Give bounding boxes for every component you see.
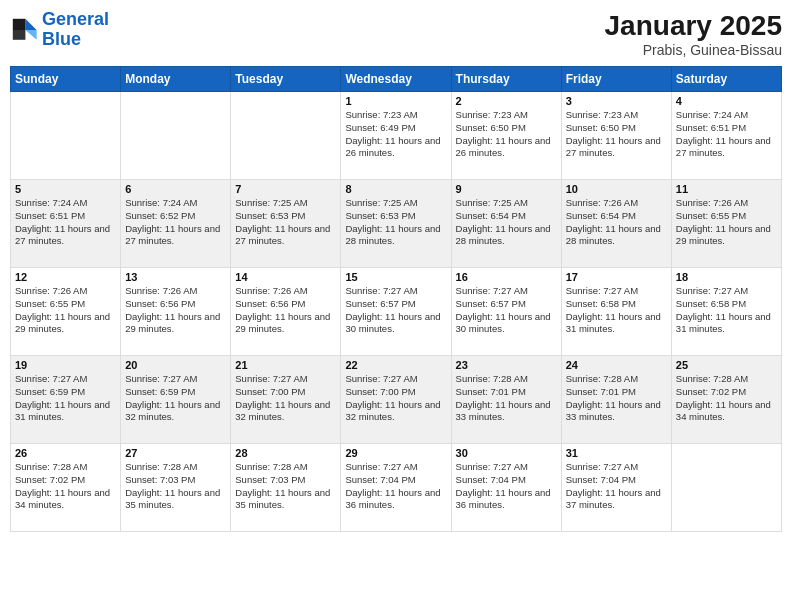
calendar-week-row: 12Sunrise: 7:26 AM Sunset: 6:55 PM Dayli… bbox=[11, 268, 782, 356]
calendar-cell: 1Sunrise: 7:23 AM Sunset: 6:49 PM Daylig… bbox=[341, 92, 451, 180]
day-number: 6 bbox=[125, 183, 226, 195]
day-info: Sunrise: 7:27 AM Sunset: 7:04 PM Dayligh… bbox=[566, 461, 667, 512]
day-number: 20 bbox=[125, 359, 226, 371]
day-number: 2 bbox=[456, 95, 557, 107]
calendar-cell: 3Sunrise: 7:23 AM Sunset: 6:50 PM Daylig… bbox=[561, 92, 671, 180]
weekday-header-monday: Monday bbox=[121, 67, 231, 92]
day-info: Sunrise: 7:27 AM Sunset: 6:59 PM Dayligh… bbox=[15, 373, 116, 424]
day-info: Sunrise: 7:26 AM Sunset: 6:55 PM Dayligh… bbox=[676, 197, 777, 248]
calendar-cell: 29Sunrise: 7:27 AM Sunset: 7:04 PM Dayli… bbox=[341, 444, 451, 532]
calendar-cell: 14Sunrise: 7:26 AM Sunset: 6:56 PM Dayli… bbox=[231, 268, 341, 356]
calendar-cell: 20Sunrise: 7:27 AM Sunset: 6:59 PM Dayli… bbox=[121, 356, 231, 444]
day-number: 22 bbox=[345, 359, 446, 371]
logo: General Blue bbox=[10, 10, 109, 50]
day-info: Sunrise: 7:24 AM Sunset: 6:52 PM Dayligh… bbox=[125, 197, 226, 248]
day-info: Sunrise: 7:27 AM Sunset: 6:59 PM Dayligh… bbox=[125, 373, 226, 424]
day-info: Sunrise: 7:28 AM Sunset: 7:01 PM Dayligh… bbox=[456, 373, 557, 424]
weekday-header-tuesday: Tuesday bbox=[231, 67, 341, 92]
calendar-cell bbox=[11, 92, 121, 180]
calendar-cell: 31Sunrise: 7:27 AM Sunset: 7:04 PM Dayli… bbox=[561, 444, 671, 532]
day-number: 28 bbox=[235, 447, 336, 459]
calendar-cell: 12Sunrise: 7:26 AM Sunset: 6:55 PM Dayli… bbox=[11, 268, 121, 356]
calendar-week-row: 19Sunrise: 7:27 AM Sunset: 6:59 PM Dayli… bbox=[11, 356, 782, 444]
calendar-table: SundayMondayTuesdayWednesdayThursdayFrid… bbox=[10, 66, 782, 532]
day-number: 11 bbox=[676, 183, 777, 195]
weekday-header-row: SundayMondayTuesdayWednesdayThursdayFrid… bbox=[11, 67, 782, 92]
calendar-cell: 11Sunrise: 7:26 AM Sunset: 6:55 PM Dayli… bbox=[671, 180, 781, 268]
calendar-cell: 13Sunrise: 7:26 AM Sunset: 6:56 PM Dayli… bbox=[121, 268, 231, 356]
svg-marker-1 bbox=[25, 30, 36, 40]
day-info: Sunrise: 7:28 AM Sunset: 7:02 PM Dayligh… bbox=[676, 373, 777, 424]
day-info: Sunrise: 7:27 AM Sunset: 6:58 PM Dayligh… bbox=[676, 285, 777, 336]
day-number: 9 bbox=[456, 183, 557, 195]
day-number: 13 bbox=[125, 271, 226, 283]
logo-text: General Blue bbox=[42, 10, 109, 50]
svg-rect-2 bbox=[13, 19, 26, 30]
weekday-header-wednesday: Wednesday bbox=[341, 67, 451, 92]
day-number: 23 bbox=[456, 359, 557, 371]
svg-marker-0 bbox=[25, 19, 36, 30]
day-number: 7 bbox=[235, 183, 336, 195]
calendar-week-row: 1Sunrise: 7:23 AM Sunset: 6:49 PM Daylig… bbox=[11, 92, 782, 180]
title-block: January 2025 Prabis, Guinea-Bissau bbox=[605, 10, 782, 58]
calendar-cell: 4Sunrise: 7:24 AM Sunset: 6:51 PM Daylig… bbox=[671, 92, 781, 180]
calendar-cell: 7Sunrise: 7:25 AM Sunset: 6:53 PM Daylig… bbox=[231, 180, 341, 268]
calendar-cell: 8Sunrise: 7:25 AM Sunset: 6:53 PM Daylig… bbox=[341, 180, 451, 268]
day-info: Sunrise: 7:27 AM Sunset: 7:04 PM Dayligh… bbox=[345, 461, 446, 512]
day-info: Sunrise: 7:23 AM Sunset: 6:49 PM Dayligh… bbox=[345, 109, 446, 160]
day-number: 31 bbox=[566, 447, 667, 459]
day-number: 18 bbox=[676, 271, 777, 283]
day-info: Sunrise: 7:28 AM Sunset: 7:03 PM Dayligh… bbox=[235, 461, 336, 512]
day-number: 1 bbox=[345, 95, 446, 107]
calendar-cell bbox=[231, 92, 341, 180]
day-info: Sunrise: 7:27 AM Sunset: 7:04 PM Dayligh… bbox=[456, 461, 557, 512]
svg-rect-3 bbox=[13, 30, 26, 40]
logo-icon bbox=[10, 16, 38, 44]
calendar-cell: 18Sunrise: 7:27 AM Sunset: 6:58 PM Dayli… bbox=[671, 268, 781, 356]
day-info: Sunrise: 7:28 AM Sunset: 7:02 PM Dayligh… bbox=[15, 461, 116, 512]
day-number: 30 bbox=[456, 447, 557, 459]
day-number: 24 bbox=[566, 359, 667, 371]
calendar-week-row: 5Sunrise: 7:24 AM Sunset: 6:51 PM Daylig… bbox=[11, 180, 782, 268]
calendar-cell: 15Sunrise: 7:27 AM Sunset: 6:57 PM Dayli… bbox=[341, 268, 451, 356]
day-number: 8 bbox=[345, 183, 446, 195]
day-number: 3 bbox=[566, 95, 667, 107]
day-number: 21 bbox=[235, 359, 336, 371]
day-info: Sunrise: 7:26 AM Sunset: 6:56 PM Dayligh… bbox=[125, 285, 226, 336]
day-number: 14 bbox=[235, 271, 336, 283]
day-number: 26 bbox=[15, 447, 116, 459]
calendar-cell: 17Sunrise: 7:27 AM Sunset: 6:58 PM Dayli… bbox=[561, 268, 671, 356]
calendar-cell: 10Sunrise: 7:26 AM Sunset: 6:54 PM Dayli… bbox=[561, 180, 671, 268]
day-number: 17 bbox=[566, 271, 667, 283]
day-info: Sunrise: 7:27 AM Sunset: 6:57 PM Dayligh… bbox=[345, 285, 446, 336]
day-number: 19 bbox=[15, 359, 116, 371]
calendar-cell: 9Sunrise: 7:25 AM Sunset: 6:54 PM Daylig… bbox=[451, 180, 561, 268]
day-info: Sunrise: 7:28 AM Sunset: 7:03 PM Dayligh… bbox=[125, 461, 226, 512]
day-number: 4 bbox=[676, 95, 777, 107]
day-number: 12 bbox=[15, 271, 116, 283]
day-number: 10 bbox=[566, 183, 667, 195]
day-info: Sunrise: 7:23 AM Sunset: 6:50 PM Dayligh… bbox=[566, 109, 667, 160]
header: General Blue January 2025 Prabis, Guinea… bbox=[10, 10, 782, 58]
calendar-cell bbox=[671, 444, 781, 532]
day-info: Sunrise: 7:27 AM Sunset: 6:57 PM Dayligh… bbox=[456, 285, 557, 336]
day-info: Sunrise: 7:26 AM Sunset: 6:55 PM Dayligh… bbox=[15, 285, 116, 336]
calendar-cell: 27Sunrise: 7:28 AM Sunset: 7:03 PM Dayli… bbox=[121, 444, 231, 532]
day-info: Sunrise: 7:25 AM Sunset: 6:53 PM Dayligh… bbox=[345, 197, 446, 248]
day-number: 29 bbox=[345, 447, 446, 459]
calendar-cell: 16Sunrise: 7:27 AM Sunset: 6:57 PM Dayli… bbox=[451, 268, 561, 356]
weekday-header-saturday: Saturday bbox=[671, 67, 781, 92]
day-number: 15 bbox=[345, 271, 446, 283]
weekday-header-thursday: Thursday bbox=[451, 67, 561, 92]
day-info: Sunrise: 7:25 AM Sunset: 6:54 PM Dayligh… bbox=[456, 197, 557, 248]
day-number: 27 bbox=[125, 447, 226, 459]
day-info: Sunrise: 7:25 AM Sunset: 6:53 PM Dayligh… bbox=[235, 197, 336, 248]
day-info: Sunrise: 7:24 AM Sunset: 6:51 PM Dayligh… bbox=[676, 109, 777, 160]
day-info: Sunrise: 7:27 AM Sunset: 7:00 PM Dayligh… bbox=[235, 373, 336, 424]
day-info: Sunrise: 7:26 AM Sunset: 6:56 PM Dayligh… bbox=[235, 285, 336, 336]
calendar-cell: 30Sunrise: 7:27 AM Sunset: 7:04 PM Dayli… bbox=[451, 444, 561, 532]
day-info: Sunrise: 7:26 AM Sunset: 6:54 PM Dayligh… bbox=[566, 197, 667, 248]
day-info: Sunrise: 7:24 AM Sunset: 6:51 PM Dayligh… bbox=[15, 197, 116, 248]
day-number: 16 bbox=[456, 271, 557, 283]
location-title: Prabis, Guinea-Bissau bbox=[605, 42, 782, 58]
